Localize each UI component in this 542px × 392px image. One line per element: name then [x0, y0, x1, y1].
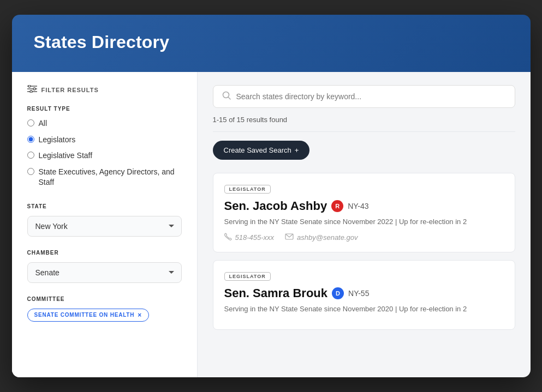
- state-label: STATE: [27, 203, 182, 209]
- results-count: 1-15 of 15 results found: [213, 116, 515, 124]
- phone-item-1: 518-455-xxx: [224, 233, 275, 242]
- content-area: 1-15 of 15 results found Create Saved Se…: [198, 72, 531, 377]
- district-label-1: NY-43: [348, 202, 368, 210]
- phone-icon-1: [224, 233, 232, 242]
- committee-section: COMMITTEE SENATE COMMITTEE ON HEALTH ×: [27, 296, 182, 322]
- search-icon: [222, 91, 231, 102]
- radio-all[interactable]: All: [27, 118, 182, 129]
- legislator-header-2: Sen. Samra Brouk D NY-55: [224, 286, 504, 300]
- phone-value-1: 518-455-xxx: [235, 233, 275, 242]
- contact-row-1: 518-455-xxx ashby@senate.gov: [224, 233, 504, 242]
- filter-icon: [27, 85, 37, 95]
- party-letter-2: D: [336, 290, 340, 297]
- radio-all-input[interactable]: [27, 119, 34, 126]
- filter-label: FILTER RESULTS: [41, 87, 99, 93]
- search-input[interactable]: [236, 92, 506, 101]
- main-body: FILTER RESULTS RESULT TYPE All Legislato…: [12, 72, 531, 377]
- committee-tag-text: SENATE COMMITTEE ON HEALTH: [34, 312, 135, 318]
- radio-legislators[interactable]: Legislators: [27, 135, 182, 146]
- header: States Directory: [12, 15, 531, 72]
- committee-tag-close[interactable]: ×: [138, 312, 142, 318]
- radio-executives-label: State Executives, Agency Directors, and …: [39, 167, 182, 188]
- legislator-name-1: Sen. Jacob Ashby: [224, 199, 327, 213]
- radio-staff[interactable]: Legislative Staff: [27, 150, 182, 161]
- email-icon-1: [285, 233, 294, 242]
- create-saved-search-label: Create Saved Search: [224, 146, 291, 154]
- legislator-name-2: Sen. Samra Brouk: [224, 286, 328, 300]
- serving-text-1: Serving in the NY State Senate since Nov…: [224, 216, 504, 227]
- page-title: States Directory: [34, 32, 509, 52]
- serving-text-2: Serving in the NY State Senate since Nov…: [224, 304, 504, 315]
- create-saved-search-plus: +: [295, 146, 299, 154]
- svg-point-5: [30, 91, 32, 93]
- radio-staff-label: Legislative Staff: [39, 150, 93, 161]
- radio-executives-input[interactable]: [27, 168, 34, 175]
- legislator-header-1: Sen. Jacob Ashby R NY-43: [224, 199, 504, 213]
- result-type-group: All Legislators Legislative Staff State …: [27, 118, 182, 188]
- result-type-badge-2: LEGISLATOR: [224, 272, 271, 281]
- radio-legislators-label: Legislators: [39, 135, 76, 146]
- committee-tag: SENATE COMMITTEE ON HEALTH ×: [27, 309, 150, 322]
- chamber-section: CHAMBER Senate House Both: [27, 250, 182, 283]
- chamber-label: CHAMBER: [27, 250, 182, 256]
- sidebar: FILTER RESULTS RESULT TYPE All Legislato…: [12, 72, 198, 377]
- state-dropdown[interactable]: New York California Texas Florida: [27, 216, 182, 237]
- app-container: States Directory FILTER RESULTS: [12, 15, 531, 377]
- filter-header: FILTER RESULTS: [27, 85, 182, 95]
- party-badge-2: D: [332, 287, 344, 299]
- radio-executives[interactable]: State Executives, Agency Directors, and …: [27, 167, 182, 188]
- radio-legislators-input[interactable]: [27, 136, 34, 143]
- svg-point-4: [33, 88, 35, 90]
- radio-staff-input[interactable]: [27, 152, 34, 159]
- email-value-1: ashby@senate.gov: [297, 233, 358, 242]
- results-divider: [213, 131, 515, 132]
- district-label-2: NY-55: [348, 289, 369, 298]
- create-saved-search-button[interactable]: Create Saved Search +: [213, 141, 310, 160]
- party-badge-1: R: [331, 200, 343, 212]
- result-card-1: LEGISLATOR Sen. Jacob Ashby R NY-43 Serv…: [213, 173, 515, 252]
- chamber-dropdown[interactable]: Senate House Both: [27, 262, 182, 283]
- party-letter-1: R: [335, 203, 340, 209]
- svg-point-3: [28, 85, 31, 87]
- search-bar: [213, 85, 515, 108]
- result-card-2: LEGISLATOR Sen. Samra Brouk D NY-55 Serv…: [213, 260, 515, 330]
- state-section: STATE New York California Texas Florida: [27, 203, 182, 237]
- radio-all-label: All: [39, 118, 47, 129]
- committee-label: COMMITTEE: [27, 296, 182, 302]
- svg-line-7: [228, 97, 230, 99]
- result-type-label: RESULT TYPE: [27, 106, 182, 112]
- email-item-1: ashby@senate.gov: [285, 233, 358, 242]
- result-type-badge-1: LEGISLATOR: [224, 185, 271, 194]
